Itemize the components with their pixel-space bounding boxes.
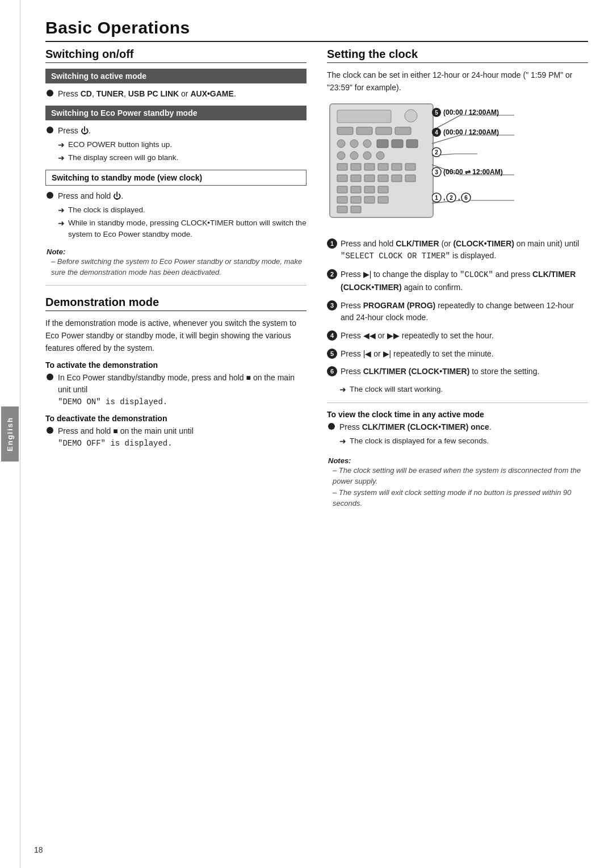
view-clock-text: Press CLK/TIMER (CLOCK•TIMER) once. <box>339 421 492 433</box>
active-mode-header: Switching to active mode <box>45 69 306 83</box>
svg-text:,: , <box>458 194 460 202</box>
arrow-icon: ➜ <box>58 217 65 229</box>
svg-rect-17 <box>337 163 347 170</box>
svg-rect-21 <box>392 163 402 170</box>
active-mode-usb: USB PC LINK <box>128 89 179 98</box>
step-3-text: Press PROGRAM (PROG) repeatedly to chang… <box>341 300 588 324</box>
page-container: English Basic Operations Switching on/of… <box>0 0 613 868</box>
switching-note: Note: – Before switching the system to E… <box>47 246 306 278</box>
standby-mode-text: Press and hold ⏻. <box>58 190 123 202</box>
svg-rect-34 <box>351 196 361 203</box>
deactivate-monospace: "DEMO OFF" is displayed. <box>58 439 173 448</box>
demo-section: Demonstration mode If the demonstration … <box>45 296 306 450</box>
device-illustration <box>327 101 438 223</box>
eco-arrow2-text: The display screen will go blank. <box>68 152 178 163</box>
step-num-4: 4 <box>327 330 337 341</box>
right-column: Setting the clock The clock can be set i… <box>327 48 588 509</box>
clock-step-2: 2 Press ▶| to change the display to "CLO… <box>327 269 588 293</box>
clock-step-3: 3 Press PROGRAM (PROG) repeatedly to cha… <box>327 300 588 324</box>
svg-rect-19 <box>364 163 375 170</box>
clock-step-1: 1 Press and hold CLK/TIMER (or (CLOCK•TI… <box>327 238 588 263</box>
step-4-text: Press ◀◀ or ▶▶ repeatedly to set the hou… <box>341 330 494 342</box>
clock-note-1: – The clock setting will be erased when … <box>333 465 588 487</box>
step-num-3: 3 <box>327 300 337 311</box>
svg-rect-23 <box>337 175 347 182</box>
active-mode-cd: CD <box>81 89 92 98</box>
page-number: 18 <box>34 845 43 854</box>
view-clock-heading: To view the clock time in any active mod… <box>327 410 588 419</box>
active-mode-tuner: TUNER <box>96 89 124 98</box>
standby-arrow1-text: The clock is displayed. <box>68 204 145 216</box>
step-2-text: Press ▶| to change the display to "CLOCK… <box>341 269 588 293</box>
clock-diagram: 5 (00:00 / 12:00AM) 4 (00:00 / 12:00AM) … <box>327 101 514 229</box>
clock-note-2: – The system will exit clock setting mod… <box>333 487 588 509</box>
svg-rect-1 <box>337 110 391 123</box>
deactivate-bullet: Press and hold ■ on the main unit until … <box>47 425 306 450</box>
page-title: Basic Operations <box>45 18 588 42</box>
svg-rect-29 <box>337 186 347 193</box>
svg-point-2 <box>405 110 417 122</box>
clock-step-5: 5 Press |◀ or ▶| repeatedly to set the m… <box>327 348 588 360</box>
arrow-icon: ➜ <box>58 152 65 164</box>
svg-point-15 <box>363 152 371 160</box>
clock-divider <box>327 402 588 403</box>
switching-section-title: Switching on/off <box>45 48 306 63</box>
clk-timer-label6: CLK/TIMER (CLOCK•TIMER) <box>363 367 470 376</box>
clock-intro-text: The clock can be set in either 12-hour o… <box>327 69 588 94</box>
svg-rect-36 <box>378 196 388 203</box>
view-clock-arrow-text: The clock is displayed for a few seconds… <box>350 435 489 447</box>
step1-mono: "SELECT CLOCK OR TIMER" <box>341 251 450 261</box>
svg-text:2: 2 <box>435 149 438 156</box>
clock-notes-label: Notes: <box>328 456 351 465</box>
step-num-1: 1 <box>327 238 337 249</box>
standby-arrow1: ➜ The clock is displayed. <box>58 204 306 216</box>
eco-mode-text: Press ⏻. <box>58 125 91 137</box>
svg-text:(00:00 / 12:00AM): (00:00 / 12:00AM) <box>443 128 499 136</box>
clock-step-6: 6 Press CLK/TIMER (CLOCK•TIMER) to store… <box>327 366 588 378</box>
standby-mode-bullet: Press and hold ⏻. <box>47 190 306 202</box>
active-mode-text: Press CD, TUNER, USB PC LINK or AUX•GAME… <box>58 88 236 100</box>
svg-rect-25 <box>364 175 375 182</box>
two-column-layout: Switching on/off Switching to active mod… <box>45 48 588 509</box>
svg-rect-28 <box>405 175 415 182</box>
step2-mono: "CLOCK" <box>460 270 493 279</box>
bullet-circle-icon <box>47 127 53 133</box>
clock-timer-label2: (CLOCK•TIMER) <box>341 283 402 292</box>
svg-rect-35 <box>364 196 375 203</box>
clock-annotations: 5 (00:00 / 12:00AM) 4 (00:00 / 12:00AM) … <box>432 101 514 229</box>
eco-mode-header: Switching to Eco Power standby mode <box>45 106 306 120</box>
deactivate-heading: To deactivate the demonstration <box>45 414 306 423</box>
bullet-circle-icon <box>328 423 335 430</box>
bullet-circle-icon <box>47 427 53 434</box>
svg-rect-30 <box>351 186 361 193</box>
view-clock-arrow: ➜ The clock is displayed for a few secon… <box>339 435 588 447</box>
svg-point-14 <box>350 152 358 160</box>
svg-rect-33 <box>337 196 347 203</box>
clock-timer-label1: (CLOCK•TIMER) <box>453 239 514 248</box>
clk-timer-view: CLK/TIMER (CLOCK•TIMER) <box>362 422 469 431</box>
svg-text:6: 6 <box>464 195 468 201</box>
activate-text: In Eco Power standby/standby mode, press… <box>58 372 306 408</box>
eco-arrow1-text: ECO POWER button lights up. <box>68 139 172 150</box>
svg-rect-11 <box>392 140 403 148</box>
note-label: Note: <box>47 248 65 256</box>
view-clock-bullet: Press CLK/TIMER (CLOCK•TIMER) once. <box>328 421 588 433</box>
eco-arrow2: ➜ The display screen will go blank. <box>58 152 306 164</box>
svg-point-16 <box>376 152 384 160</box>
active-mode-aux: AUX•GAME <box>190 89 233 98</box>
clock-steps: 1 Press and hold CLK/TIMER (or (CLOCK•TI… <box>327 238 588 509</box>
svg-rect-31 <box>364 186 375 193</box>
svg-rect-10 <box>377 140 388 148</box>
svg-rect-6 <box>395 127 411 135</box>
activate-monospace: "DEMO ON" is displayed. <box>58 397 167 406</box>
svg-rect-38 <box>351 206 361 213</box>
step-6-text: Press CLK/TIMER (CLOCK•TIMER) to store t… <box>341 366 539 378</box>
main-content: Basic Operations Switching on/off Switch… <box>20 0 613 868</box>
arrow-icon: ➜ <box>58 204 65 216</box>
svg-point-13 <box>337 152 345 160</box>
svg-rect-37 <box>337 206 347 213</box>
once-label: once <box>471 422 489 431</box>
eco-mode-bullet: Press ⏻. <box>47 125 306 137</box>
note-text: – Before switching the system to Eco Pow… <box>51 256 306 278</box>
sidebar-language-label: English <box>1 406 19 462</box>
